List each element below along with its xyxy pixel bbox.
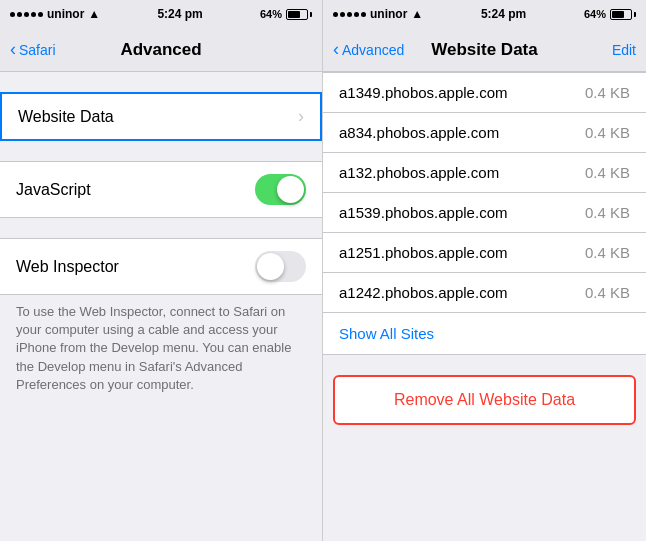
battery-icon-right	[610, 9, 636, 20]
battery-group: 64%	[260, 8, 312, 20]
edit-button[interactable]: Edit	[612, 42, 636, 58]
list-item: a132.phobos.apple.com 0.4 KB	[323, 153, 646, 193]
list-item: a834.phobos.apple.com 0.4 KB	[323, 113, 646, 153]
site-name: a1539.phobos.apple.com	[339, 204, 585, 221]
time-label: 5:24 pm	[157, 7, 202, 21]
battery-pct-label: 64%	[260, 8, 282, 20]
site-size: 0.4 KB	[585, 124, 630, 141]
site-name: a132.phobos.apple.com	[339, 164, 585, 181]
site-name: a1349.phobos.apple.com	[339, 84, 585, 101]
site-name: a1242.phobos.apple.com	[339, 284, 585, 301]
web-inspector-row: Web Inspector	[0, 238, 322, 295]
list-item: a1349.phobos.apple.com 0.4 KB	[323, 73, 646, 113]
right-nav-bar: ‹ Advanced Website Data Edit	[323, 28, 646, 72]
remove-all-button[interactable]: Remove All Website Data	[333, 375, 636, 425]
battery-pct-label-right: 64%	[584, 8, 606, 20]
battery-icon	[286, 9, 312, 20]
back-arrow-icon: ‹	[10, 39, 16, 60]
back-button[interactable]: ‹ Safari	[10, 39, 56, 60]
battery-group-right: 64%	[584, 8, 636, 20]
left-content: Website Data › JavaScript Web Inspector	[0, 72, 322, 541]
left-phone: uninor ▲ 5:24 pm 64% ‹ Safari Advanced	[0, 0, 323, 541]
site-size: 0.4 KB	[585, 204, 630, 221]
website-data-row[interactable]: Website Data ›	[0, 92, 322, 141]
web-inspector-toggle-knob	[257, 253, 284, 280]
list-item: a1242.phobos.apple.com 0.4 KB	[323, 273, 646, 312]
javascript-toggle[interactable]	[255, 174, 306, 205]
status-bar-right-left-group: uninor ▲	[333, 7, 423, 21]
website-data-arrow-icon: ›	[298, 106, 304, 127]
site-size: 0.4 KB	[585, 284, 630, 301]
time-label-right: 5:24 pm	[481, 7, 526, 21]
carrier-label-right: uninor	[370, 7, 407, 21]
signal-icon	[10, 12, 43, 17]
site-size: 0.4 KB	[585, 164, 630, 181]
status-bar-left: uninor ▲ 5:24 pm 64%	[0, 0, 322, 28]
web-inspector-toggle[interactable]	[255, 251, 306, 282]
website-data-section: Website Data ›	[0, 92, 322, 141]
list-item: a1539.phobos.apple.com 0.4 KB	[323, 193, 646, 233]
show-all-sites-button[interactable]: Show All Sites	[323, 312, 646, 355]
left-nav-bar: ‹ Safari Advanced	[0, 28, 322, 72]
back-label: Safari	[19, 42, 56, 58]
website-data-label: Website Data	[18, 108, 298, 126]
web-inspector-description: To use the Web Inspector, connect to Saf…	[0, 295, 322, 394]
right-back-button[interactable]: ‹ Advanced	[333, 39, 404, 60]
right-back-arrow-icon: ‹	[333, 39, 339, 60]
wifi-icon-right: ▲	[411, 7, 423, 21]
site-size: 0.4 KB	[585, 244, 630, 261]
right-phone: uninor ▲ 5:24 pm 64% ‹ Advanced Website …	[323, 0, 646, 541]
site-name: a1251.phobos.apple.com	[339, 244, 585, 261]
toggle-knob	[277, 176, 304, 203]
javascript-row: JavaScript	[0, 161, 322, 218]
wifi-icon: ▲	[88, 7, 100, 21]
javascript-label: JavaScript	[16, 181, 255, 199]
carrier-label: uninor	[47, 7, 84, 21]
signal-icon-right	[333, 12, 366, 17]
sites-list: a1349.phobos.apple.com 0.4 KB a834.phobo…	[323, 72, 646, 312]
site-size: 0.4 KB	[585, 84, 630, 101]
list-item: a1251.phobos.apple.com 0.4 KB	[323, 233, 646, 273]
status-bar-left-group: uninor ▲	[10, 7, 100, 21]
right-content: a1349.phobos.apple.com 0.4 KB a834.phobo…	[323, 72, 646, 541]
javascript-section: JavaScript	[0, 161, 322, 218]
status-bar-right: uninor ▲ 5:24 pm 64%	[323, 0, 646, 28]
site-name: a834.phobos.apple.com	[339, 124, 585, 141]
page-title: Advanced	[120, 40, 201, 60]
right-back-label: Advanced	[342, 42, 404, 58]
web-inspector-section: Web Inspector To use the Web Inspector, …	[0, 238, 322, 394]
web-inspector-label: Web Inspector	[16, 258, 255, 276]
right-page-title: Website Data	[431, 40, 537, 60]
